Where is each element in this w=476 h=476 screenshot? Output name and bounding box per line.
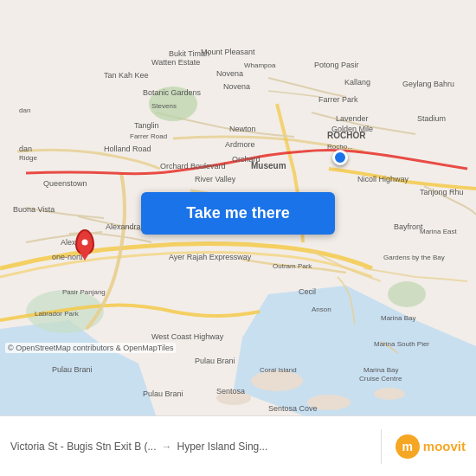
svg-text:Pulau Brani: Pulau Brani [52,365,93,374]
svg-text:Watten Estate: Watten Estate [151,58,200,67]
svg-text:Sentosa: Sentosa [216,387,245,396]
svg-text:Orchard Boulevard: Orchard Boulevard [160,162,226,170]
svg-text:Cecil: Cecil [299,287,316,296]
svg-text:West Coast Highway: West Coast Highway [151,332,224,341]
moovit-m-icon: m [396,434,420,459]
svg-text:Bukit Timah: Bukit Timah [169,49,209,58]
bottom-bar: Victoria St - Bugis Stn Exit B (... → Hy… [0,415,476,476]
svg-text:Marina East: Marina East [420,228,457,235]
dest-pin-dot [82,240,88,246]
svg-text:Buona Vista: Buona Vista [13,205,55,214]
svg-text:Gardens by the Bay: Gardens by the Bay [383,254,445,261]
dest-pin [75,229,94,255]
arrow-icon: → [162,441,172,453]
svg-text:Ayer Rajah Expressway: Ayer Rajah Expressway [169,253,252,261]
svg-text:Anson: Anson [312,306,331,313]
svg-text:Farrer Park: Farrer Park [318,95,358,104]
svg-text:Potong Pasir: Potong Pasir [314,61,359,69]
svg-text:Geylang Bahru: Geylang Bahru [402,80,454,88]
destination-marker [75,229,94,255]
svg-text:Tanglin: Tanglin [134,121,159,130]
moovit-brand-text: moovit [423,439,466,453]
svg-text:Pulau Brani: Pulau Brani [195,357,235,365]
osm-credit: © OpenStreetMap contributors & OpenMapTi… [5,343,176,353]
svg-text:Tan Kah Kee: Tan Kah Kee [104,71,149,80]
destination-label: Hyper Island Sing... [177,441,268,453]
svg-text:Tanjong Rhu: Tanjong Rhu [420,188,464,196]
map-container: Buona Vista one-north Pasir Panjang Labr… [0,0,476,415]
svg-text:Marina Bay: Marina Bay [363,366,398,374]
svg-text:Marina Bay: Marina Bay [381,314,415,322]
svg-text:Ridge: Ridge [19,154,37,162]
svg-text:Stadium: Stadium [417,114,446,123]
from-to-row: Victoria St - Bugis Stn Exit B (... → Hy… [10,441,367,453]
svg-text:Pasir Panjang: Pasir Panjang [62,288,106,296]
svg-text:Cruise Centre: Cruise Centre [359,375,402,383]
svg-text:Queenstown: Queenstown [43,179,87,188]
svg-text:Nicoll Highway: Nicoll Highway [357,175,409,183]
svg-text:Pulau Brani: Pulau Brani [143,389,183,398]
svg-text:Botanic Gardens: Botanic Gardens [143,88,202,97]
svg-text:Marina South Pier: Marina South Pier [374,340,429,348]
svg-text:Sentosa Cove: Sentosa Cove [268,404,318,413]
svg-text:Coral Island: Coral Island [260,366,297,374]
divider [381,429,382,464]
svg-text:Bayfront: Bayfront [394,222,423,231]
svg-text:Outram Park: Outram Park [273,262,312,270]
origin-label: Victoria St - Bugis Stn Exit B (... [10,441,157,453]
svg-text:Whampoa: Whampoa [244,61,276,69]
take-me-there-button[interactable]: Take me there [141,192,335,235]
svg-text:Novena: Novena [223,82,250,91]
svg-text:Farrer Road: Farrer Road [130,132,167,140]
route-info: Victoria St - Bugis Stn Exit B (... → Hy… [10,441,367,453]
svg-text:Kallang: Kallang [344,78,370,87]
svg-text:dan: dan [19,106,30,114]
svg-text:Newton: Newton [229,125,256,133]
svg-text:Novena: Novena [216,69,243,78]
svg-text:Holland Road: Holland Road [104,145,151,153]
svg-text:Ardmore: Ardmore [225,140,255,149]
origin-marker [332,150,348,165]
moovit-logo: m moovit [396,434,466,459]
svg-text:River Valley: River Valley [195,175,236,183]
svg-point-9 [388,281,426,307]
svg-point-5 [374,388,405,400]
svg-text:dan: dan [19,145,32,153]
svg-text:Lavender: Lavender [336,114,369,123]
svg-text:Stevens: Stevens [151,102,177,110]
svg-text:Museum: Museum [251,161,286,170]
svg-text:Labrador Park: Labrador Park [35,310,80,318]
svg-text:ROCHOR: ROCHOR [327,131,366,140]
